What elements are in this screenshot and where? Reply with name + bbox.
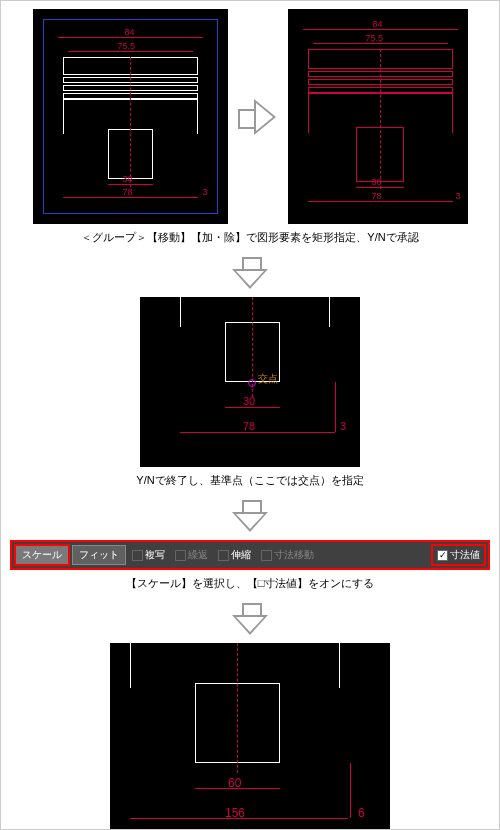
- scale-button[interactable]: スケール: [14, 544, 70, 566]
- arrow-down-3-icon: [230, 603, 270, 637]
- dim-84-a: 84: [125, 27, 135, 37]
- dimval-checkbox[interactable]: ✓寸法値: [431, 544, 486, 566]
- cad-scaled: 60 156 6: [110, 643, 390, 830]
- dim-156-d: 156: [225, 806, 245, 820]
- caption-3: 【スケール】を選択し、【□寸法値】をオンにする: [126, 576, 375, 591]
- copy-checkbox[interactable]: 複写: [128, 548, 169, 562]
- cad-basepoint: 交点 30 78 3: [140, 297, 360, 467]
- dim-30-b: 30: [372, 177, 382, 187]
- dim-3-b: 3: [456, 191, 461, 201]
- dimmove-checkbox[interactable]: 寸法移動: [257, 548, 318, 562]
- stretch-checkbox[interactable]: 伸縮: [214, 548, 255, 562]
- dim-6-d: 6: [358, 806, 365, 820]
- fit-button[interactable]: フィット: [72, 545, 126, 565]
- arrow-down-2-icon: [230, 500, 270, 534]
- repeat-checkbox[interactable]: 繰返: [171, 548, 212, 562]
- cad-before: 84 75.5 30 78 3: [33, 9, 228, 224]
- dim-3-a: 3: [203, 187, 208, 197]
- dim-3-c: 3: [340, 420, 346, 432]
- dim-30-c: 30: [243, 395, 255, 407]
- intersection-label: 交点: [258, 372, 278, 386]
- intersection-point-icon: [248, 379, 256, 387]
- arrow-down-1-icon: [230, 257, 270, 291]
- scale-toolbar: スケール フィット 複写 繰返 伸縮 寸法移動 ✓寸法値: [10, 540, 490, 570]
- dim-84-b: 84: [373, 19, 383, 29]
- dim-30-a: 30: [123, 174, 133, 184]
- dim-755-a: 75.5: [118, 41, 136, 51]
- cad-after-select: 84 75.5 30 78 3: [288, 9, 468, 224]
- caption-2: Y/Nで終了し、基準点（ここでは交点）を指定: [136, 473, 363, 488]
- caption-1: ＜グループ＞【移動】【加・除】で図形要素を矩形指定、Y/Nで承認: [81, 230, 418, 245]
- dim-60-d: 60: [228, 776, 241, 790]
- dim-755-b: 75.5: [366, 33, 384, 43]
- dim-78-b: 78: [372, 191, 382, 201]
- arrow-right-icon: [238, 97, 278, 137]
- dim-78-a: 78: [123, 187, 133, 197]
- dim-78-c: 78: [243, 420, 255, 432]
